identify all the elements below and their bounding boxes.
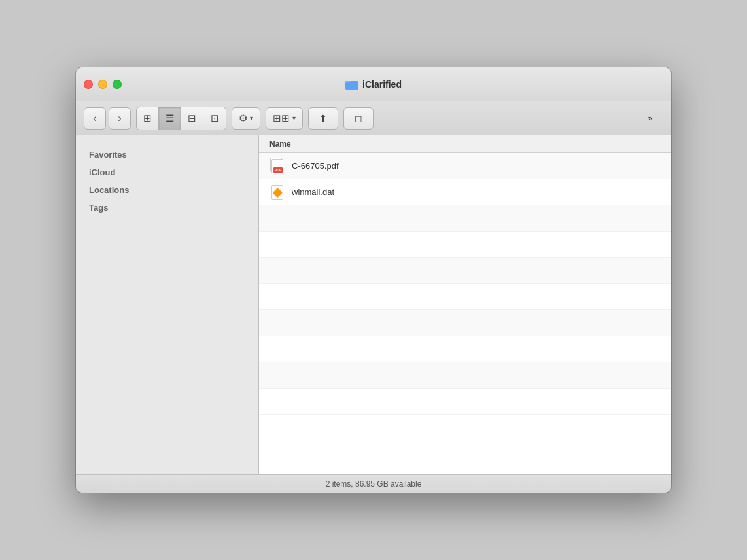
file-icon-pdf: PDF xyxy=(269,157,285,175)
forward-button[interactable]: › xyxy=(109,107,131,130)
list-view-icon: ☰ xyxy=(165,113,174,124)
gallery-view-button[interactable]: ⊡ xyxy=(203,107,226,130)
empty-row xyxy=(259,310,671,336)
file-list: Name PDF C-66705.pdf xyxy=(259,135,671,474)
file-icon-dat: 🔶 xyxy=(269,183,285,201)
table-row[interactable]: 🔶 winmail.dat xyxy=(259,179,671,205)
tag-icon: ◻ xyxy=(355,113,362,124)
tag-button[interactable]: ◻ xyxy=(343,107,373,130)
chevron-down-icon: ▾ xyxy=(250,114,253,122)
sidebar-item-tags[interactable]: Tags xyxy=(76,199,258,217)
empty-row xyxy=(259,284,671,310)
empty-row xyxy=(259,336,671,362)
group-icon: ⊞⊞ xyxy=(273,113,290,124)
empty-row xyxy=(259,258,671,284)
empty-row xyxy=(259,362,671,389)
sidebar-item-favorites[interactable]: Favorites xyxy=(76,146,258,164)
list-view-button[interactable]: ☰ xyxy=(159,107,181,130)
gallery-view-icon: ⊡ xyxy=(211,113,219,124)
maximize-button[interactable] xyxy=(113,80,122,89)
file-name: winmail.dat xyxy=(292,187,334,197)
column-view-button[interactable]: ⊟ xyxy=(181,107,203,130)
empty-row xyxy=(259,232,671,258)
share-icon: ⬆ xyxy=(319,113,327,124)
toolbar: ‹ › ⊞ ☰ ⊟ ⊡ ⚙ ▾ ⊞ xyxy=(76,101,671,135)
icon-view-icon: ⊞ xyxy=(143,113,152,124)
nav-group: ‹ › xyxy=(84,107,131,130)
traffic-lights xyxy=(84,80,122,89)
group-chevron-icon: ▾ xyxy=(292,114,296,122)
forward-icon: › xyxy=(118,113,121,124)
window-title: iClarified xyxy=(362,79,402,90)
icon-view-button[interactable]: ⊞ xyxy=(137,107,159,130)
table-row[interactable]: PDF C-66705.pdf xyxy=(259,153,671,179)
file-name: C-66705.pdf xyxy=(292,161,339,171)
action-button[interactable]: ⚙ ▾ xyxy=(232,107,260,130)
sidebar: Favorites iCloud Locations Tags xyxy=(76,135,259,474)
finder-window: iClarified ‹ › ⊞ ☰ ⊟ ⊡ xyxy=(76,67,671,493)
status-text: 2 items, 86.95 GB available xyxy=(326,480,422,489)
more-icon: » xyxy=(648,113,652,123)
close-button[interactable] xyxy=(84,80,93,89)
content-area: Favorites iCloud Locations Tags Name PDF… xyxy=(76,135,671,474)
statusbar: 2 items, 86.95 GB available xyxy=(76,474,671,493)
empty-row xyxy=(259,205,671,232)
titlebar: iClarified xyxy=(76,67,671,101)
file-list-header: Name xyxy=(259,135,671,153)
gear-icon: ⚙ xyxy=(239,113,247,124)
minimize-button[interactable] xyxy=(98,80,107,89)
folder-icon xyxy=(345,79,358,90)
sidebar-item-locations[interactable]: Locations xyxy=(76,181,258,199)
more-button[interactable]: » xyxy=(637,107,663,130)
svg-rect-2 xyxy=(345,82,358,90)
back-button[interactable]: ‹ xyxy=(84,107,106,130)
back-icon: ‹ xyxy=(93,113,96,124)
view-group: ⊞ ☰ ⊟ ⊡ xyxy=(136,107,226,130)
sidebar-item-icloud[interactable]: iCloud xyxy=(76,164,258,181)
title-area: iClarified xyxy=(345,79,402,90)
column-view-icon: ⊟ xyxy=(188,113,196,124)
group-button[interactable]: ⊞⊞ ▾ xyxy=(266,107,303,130)
empty-row xyxy=(259,389,671,415)
share-button[interactable]: ⬆ xyxy=(308,107,338,130)
